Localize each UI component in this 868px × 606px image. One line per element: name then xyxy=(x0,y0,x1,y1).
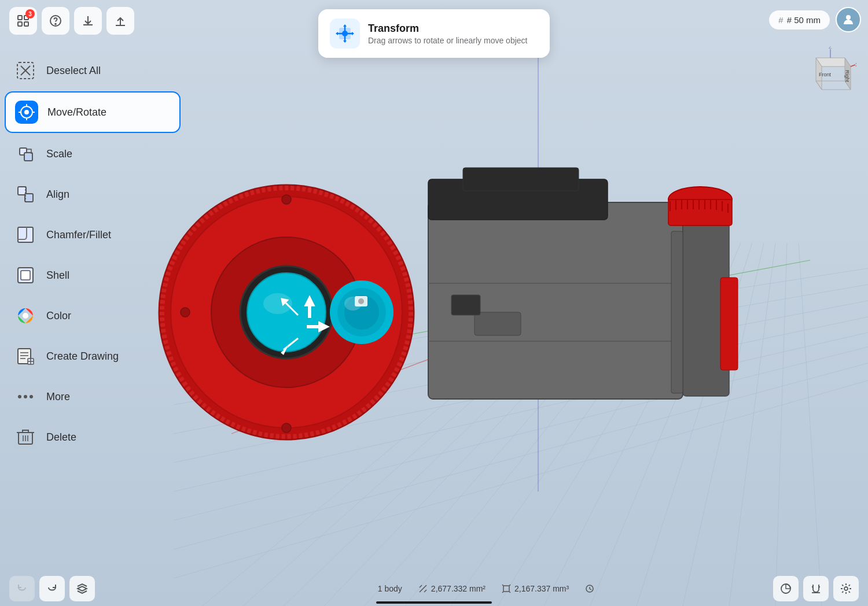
align-icon xyxy=(14,183,37,206)
body-count-value: 1 body xyxy=(378,584,402,593)
svg-point-108 xyxy=(23,313,28,319)
volume-icon xyxy=(502,584,511,593)
transform-tooltip: Transform Drag arrows to rotate or linea… xyxy=(318,9,550,58)
sidebar-item-create-drawing[interactable]: Create Drawing xyxy=(5,337,181,376)
shell-label: Shell xyxy=(46,269,69,282)
svg-point-59 xyxy=(282,195,291,204)
svg-rect-49 xyxy=(671,231,683,393)
svg-rect-125 xyxy=(503,586,509,592)
body-count: 1 body xyxy=(378,584,402,593)
svg-text:Right: Right xyxy=(844,70,850,83)
volume: 2,167.337 mm³ xyxy=(502,584,569,593)
snap-value: # 50 mm xyxy=(787,15,821,25)
render-tool-button[interactable] xyxy=(773,576,799,601)
svg-point-80 xyxy=(846,15,851,20)
transform-title: Transform xyxy=(368,23,527,35)
volume-value: 2,167.337 mm³ xyxy=(514,584,569,593)
layers-button[interactable] xyxy=(69,576,95,601)
sidebar-item-deselect-all[interactable]: Deselect All xyxy=(5,51,181,90)
surface-area: 2,677.332 mm² xyxy=(418,584,486,593)
svg-rect-74 xyxy=(18,16,22,20)
snap-indicator[interactable]: # # 50 mm xyxy=(769,10,830,29)
svg-text:X: X xyxy=(855,62,856,68)
svg-rect-102 xyxy=(25,194,33,202)
svg-rect-29 xyxy=(463,168,579,191)
help-button[interactable] xyxy=(42,7,69,35)
status-info: 1 body 2,677.332 mm² 2,167.337 mm³ xyxy=(378,584,594,593)
surface-area-value: 2,677.332 mm² xyxy=(431,584,486,593)
top-right-controls: # # 50 mm xyxy=(769,7,861,32)
svg-line-92 xyxy=(851,65,855,66)
move-rotate-label: Move/Rotate xyxy=(47,106,106,119)
svg-rect-47 xyxy=(475,312,521,335)
svg-point-60 xyxy=(282,423,291,433)
scale-label: Scale xyxy=(46,148,72,160)
orientation-cube[interactable]: Front Right Z X xyxy=(804,46,856,98)
svg-rect-100 xyxy=(24,153,32,161)
svg-rect-44 xyxy=(720,278,738,370)
grid-button[interactable]: 3 xyxy=(9,7,37,35)
sidebar-item-color[interactable]: Color xyxy=(5,296,181,335)
align-label: Align xyxy=(46,189,69,201)
svg-point-73 xyxy=(358,298,364,304)
sidebar-item-move-rotate[interactable]: Move/Rotate xyxy=(5,91,181,133)
sidebar-item-chamfer-fillet[interactable]: Chamfer/Fillet xyxy=(5,215,181,254)
hash-icon: # xyxy=(778,15,783,25)
create-drawing-label: Create Drawing xyxy=(46,350,119,363)
sidebar-item-delete[interactable]: Delete xyxy=(5,417,181,457)
scale-icon xyxy=(14,142,37,165)
bottom-right-tools xyxy=(773,576,859,601)
delete-icon xyxy=(14,426,37,449)
more-label: More xyxy=(46,391,70,403)
move-rotate-icon xyxy=(15,101,38,124)
svg-point-124 xyxy=(342,31,348,36)
bottom-progress-bar xyxy=(376,601,492,604)
sidebar-item-align[interactable]: Align xyxy=(5,175,181,214)
svg-point-98 xyxy=(24,110,29,114)
chamfer-fillet-icon xyxy=(14,223,37,246)
svg-rect-48 xyxy=(451,295,480,315)
shell-icon xyxy=(14,264,37,287)
svg-point-56 xyxy=(247,273,326,352)
svg-point-118 xyxy=(30,395,33,398)
settings-tool-button[interactable] xyxy=(833,576,859,601)
svg-point-131 xyxy=(844,587,848,590)
svg-point-116 xyxy=(18,395,21,398)
deselect-all-label: Deselect All xyxy=(46,65,101,77)
more-icon xyxy=(14,385,37,408)
svg-rect-104 xyxy=(18,227,33,242)
create-drawing-icon xyxy=(14,345,37,368)
transform-icon-box xyxy=(330,19,360,49)
svg-point-79 xyxy=(55,24,56,25)
clock-icon xyxy=(585,584,594,593)
upload-button[interactable] xyxy=(106,7,134,35)
deselect-all-icon xyxy=(14,59,37,82)
color-icon xyxy=(14,304,37,327)
sidebar-item-more[interactable]: More xyxy=(5,377,181,416)
user-avatar[interactable] xyxy=(836,7,861,32)
redo-button[interactable] xyxy=(39,576,65,601)
notification-badge: 3 xyxy=(25,9,35,19)
svg-rect-77 xyxy=(24,22,28,26)
transform-description: Drag arrows to rotate or linearly move o… xyxy=(368,36,527,45)
surface-area-icon xyxy=(418,584,428,593)
delete-label: Delete xyxy=(46,431,76,444)
svg-point-57 xyxy=(263,293,292,314)
clock-info xyxy=(585,584,594,593)
svg-point-117 xyxy=(24,395,27,398)
transform-text: Transform Drag arrows to rotate or linea… xyxy=(368,23,527,45)
bottom-nav-buttons xyxy=(9,576,95,601)
svg-rect-106 xyxy=(21,271,30,280)
sidebar-item-scale[interactable]: Scale xyxy=(5,134,181,173)
chamfer-fillet-label: Chamfer/Fillet xyxy=(46,229,111,241)
bottom-bar: 1 body 2,677.332 mm² 2,167.337 mm³ xyxy=(0,571,868,606)
svg-text:Z: Z xyxy=(829,46,832,50)
color-label: Color xyxy=(46,310,71,322)
left-sidebar: Deselect All Move/Rotate Scale xyxy=(0,46,185,461)
download-button[interactable] xyxy=(74,7,102,35)
sidebar-item-shell[interactable]: Shell xyxy=(5,256,181,295)
magnet-tool-button[interactable] xyxy=(803,576,829,601)
svg-rect-76 xyxy=(18,22,22,26)
undo-button[interactable] xyxy=(9,576,35,601)
svg-text:Front: Front xyxy=(819,72,832,77)
